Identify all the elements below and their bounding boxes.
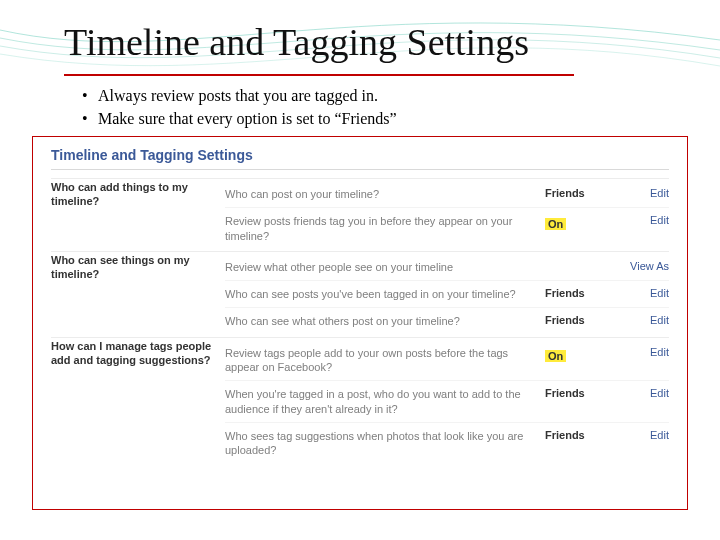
section-question: How can I manage tags people add and tag… (51, 340, 225, 464)
setting-value-highlighted: On (545, 350, 566, 362)
settings-row: When you're tagged in a post, who do you… (225, 380, 669, 422)
slide-title: Timeline and Tagging Settings (64, 20, 529, 64)
setting-description: Who can see what others post on your tim… (225, 314, 545, 328)
setting-value: Friends (545, 314, 615, 326)
edit-link[interactable]: Edit (615, 387, 669, 399)
edit-link[interactable]: Edit (615, 287, 669, 299)
setting-description: Who can post on your timeline? (225, 187, 545, 201)
setting-description: Review what other people see on your tim… (225, 260, 545, 274)
divider (51, 169, 669, 170)
setting-description: Review posts friends tag you in before t… (225, 214, 545, 243)
settings-section: How can I manage tags people add and tag… (51, 337, 669, 464)
bullet-list: Always review posts that you are tagged … (82, 84, 397, 130)
bullet-item: Always review posts that you are tagged … (82, 84, 397, 107)
settings-row: Review posts friends tag you in before t… (225, 207, 669, 249)
settings-section: Who can add things to my timeline? Who c… (51, 178, 669, 249)
setting-value: Friends (545, 387, 615, 399)
settings-section: Who can see things on my timeline? Revie… (51, 251, 669, 335)
edit-link[interactable]: Edit (615, 314, 669, 326)
setting-description: Who can see posts you've been tagged in … (225, 287, 545, 301)
setting-value: Friends (545, 287, 615, 299)
slide: Timeline and Tagging Settings Always rev… (0, 0, 720, 540)
title-underline (64, 74, 574, 76)
settings-row: Who sees tag suggestions when photos tha… (225, 422, 669, 464)
panel-heading: Timeline and Tagging Settings (51, 147, 669, 163)
bullet-item: Make sure that every option is set to “F… (82, 107, 397, 130)
setting-value-highlighted: On (545, 218, 566, 230)
settings-row: Who can post on your timeline? Friends E… (225, 181, 669, 207)
settings-row: Who can see posts you've been tagged in … (225, 280, 669, 307)
settings-screenshot: Timeline and Tagging Settings Who can ad… (32, 136, 688, 510)
settings-row: Who can see what others post on your tim… (225, 307, 669, 334)
edit-link[interactable]: Edit (615, 214, 669, 226)
edit-link[interactable]: Edit (615, 346, 669, 358)
setting-description: Who sees tag suggestions when photos tha… (225, 429, 545, 458)
setting-description: When you're tagged in a post, who do you… (225, 387, 545, 416)
setting-description: Review tags people add to your own posts… (225, 346, 545, 375)
setting-value: Friends (545, 187, 615, 199)
settings-row: Review what other people see on your tim… (225, 254, 669, 280)
view-as-link[interactable]: View As (615, 260, 669, 272)
section-question: Who can see things on my timeline? (51, 254, 225, 335)
section-question: Who can add things to my timeline? (51, 181, 225, 249)
edit-link[interactable]: Edit (615, 429, 669, 441)
setting-value: Friends (545, 429, 615, 441)
settings-row: Review tags people add to your own posts… (225, 340, 669, 381)
edit-link[interactable]: Edit (615, 187, 669, 199)
